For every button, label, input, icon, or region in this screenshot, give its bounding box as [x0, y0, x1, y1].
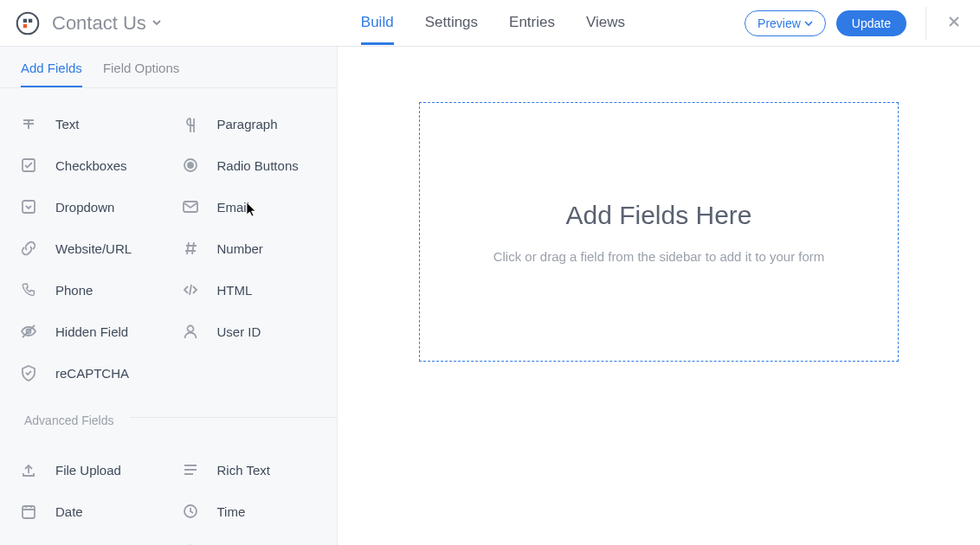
form-title: Contact Us	[52, 12, 146, 35]
field-text[interactable]: Text	[10, 104, 165, 144]
fields-sidebar: Add Fields Field Options TextParagraphCh…	[0, 47, 338, 545]
field-star[interactable]: Star Rating	[172, 533, 327, 545]
field-label: User ID	[217, 324, 261, 339]
sidebar-tab-add-fields[interactable]: Add Fields	[21, 61, 82, 87]
field-label: Date	[55, 504, 83, 519]
chevron-down-icon	[152, 16, 162, 31]
tab-views[interactable]: Views	[586, 2, 625, 45]
scale-icon	[17, 542, 40, 545]
field-hidden[interactable]: Hidden Field	[10, 311, 165, 351]
divider	[925, 7, 926, 40]
field-label: Dropdown	[55, 200, 114, 215]
richtext-icon	[179, 458, 202, 481]
field-checkbox[interactable]: Checkboxes	[10, 145, 165, 185]
drop-zone[interactable]: Add Fields Here Click or drag a field fr…	[419, 102, 899, 362]
field-label: Time	[217, 504, 246, 519]
chevron-down-icon	[804, 19, 813, 28]
upload-icon	[17, 458, 40, 481]
advanced-fields-grid: File UploadRich TextDateTimeScaleStar Ra…	[0, 434, 337, 545]
field-upload[interactable]: File Upload	[10, 450, 165, 490]
dropdown-icon	[17, 196, 40, 218]
field-scale[interactable]: Scale	[10, 533, 165, 545]
field-label: Checkboxes	[55, 158, 127, 173]
field-time[interactable]: Time	[172, 491, 327, 531]
date-icon	[17, 500, 40, 523]
paragraph-icon	[179, 112, 202, 135]
radio-icon	[179, 154, 202, 176]
user-icon	[179, 320, 202, 343]
main-nav-tabs: Build Settings Entries Views	[361, 2, 625, 45]
header-actions: Preview Update	[745, 7, 966, 40]
field-label: Rich Text	[217, 463, 270, 478]
drop-subtitle: Click or drag a field from the sidebar t…	[493, 249, 825, 264]
field-link[interactable]: Website/URL	[10, 228, 165, 268]
field-label: Website/URL	[55, 241, 132, 256]
field-label: Radio Buttons	[217, 158, 299, 173]
hidden-icon	[17, 320, 40, 343]
field-email[interactable]: Email	[172, 187, 327, 227]
preview-label: Preview	[758, 16, 801, 30]
update-button[interactable]: Update	[836, 10, 906, 36]
svg-rect-16	[23, 23, 27, 27]
app-header: Contact Us Build Settings Entries Views …	[0, 0, 980, 47]
checkbox-icon	[17, 154, 40, 176]
app-logo-icon	[14, 10, 42, 37]
svg-rect-14	[23, 18, 27, 22]
hash-icon	[179, 237, 202, 260]
field-label: Email	[217, 200, 250, 215]
field-label: Hidden Field	[55, 324, 128, 339]
field-shield[interactable]: reCAPTCHA	[10, 353, 165, 393]
phone-icon	[17, 279, 40, 301]
field-richtext[interactable]: Rich Text	[172, 450, 327, 490]
field-date[interactable]: Date	[10, 491, 165, 531]
tab-build[interactable]: Build	[361, 2, 394, 45]
field-label: Paragraph	[217, 117, 278, 131]
basic-fields-grid: TextParagraphCheckboxesRadio ButtonsDrop…	[0, 88, 337, 400]
advanced-fields-header: Advanced Fields	[0, 400, 337, 434]
form-canvas: Add Fields Here Click or drag a field fr…	[338, 47, 980, 545]
field-label: HTML	[217, 283, 253, 298]
close-icon	[947, 15, 961, 29]
code-icon	[179, 279, 202, 301]
field-label: Text	[55, 117, 80, 131]
field-label: Number	[217, 241, 263, 256]
time-icon	[179, 500, 202, 523]
sidebar-tab-field-options[interactable]: Field Options	[103, 61, 179, 87]
field-code[interactable]: HTML	[172, 270, 327, 310]
close-button[interactable]	[942, 10, 966, 37]
field-hash[interactable]: Number	[172, 228, 327, 268]
tab-settings[interactable]: Settings	[425, 2, 478, 45]
field-user[interactable]: User ID	[172, 311, 327, 351]
sidebar-tabs: Add Fields Field Options	[0, 47, 337, 88]
field-label: reCAPTCHA	[55, 366, 129, 381]
link-icon	[17, 237, 40, 260]
email-icon	[179, 196, 202, 218]
field-paragraph[interactable]: Paragraph	[172, 104, 327, 144]
field-label: File Upload	[55, 463, 121, 478]
svg-point-13	[17, 12, 39, 34]
form-title-dropdown[interactable]: Contact Us	[52, 12, 162, 35]
field-label: Phone	[55, 283, 93, 298]
text-icon	[17, 112, 40, 135]
field-dropdown[interactable]: Dropdown	[10, 187, 165, 227]
svg-rect-15	[29, 18, 32, 22]
shield-icon	[17, 362, 40, 384]
star-icon	[179, 542, 202, 545]
preview-button[interactable]: Preview	[745, 10, 826, 36]
field-radio[interactable]: Radio Buttons	[172, 145, 327, 185]
tab-entries[interactable]: Entries	[509, 2, 555, 45]
drop-title: Add Fields Here	[565, 201, 751, 230]
field-phone[interactable]: Phone	[10, 270, 165, 310]
